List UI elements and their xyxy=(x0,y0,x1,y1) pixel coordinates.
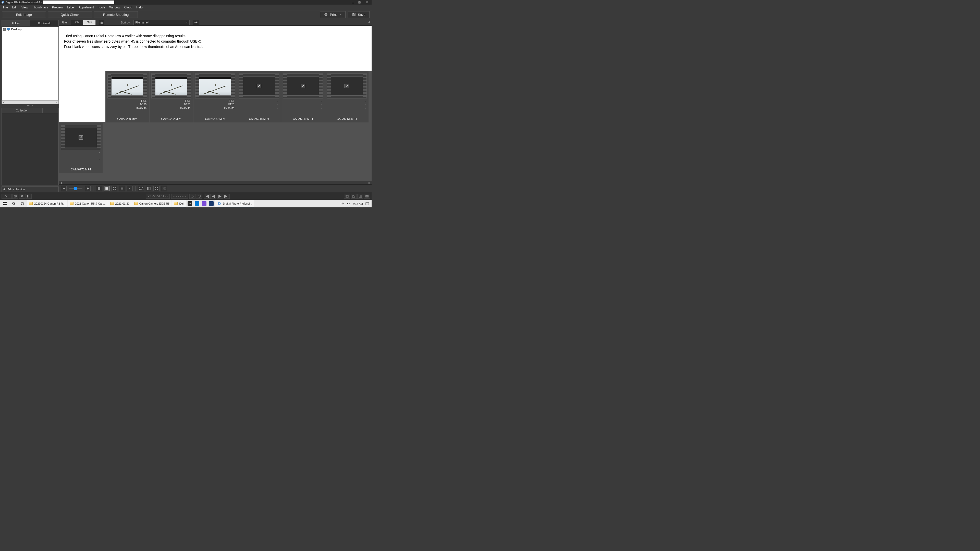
menu-edit[interactable]: Edit xyxy=(10,5,19,10)
print-button[interactable]: Print ▼ xyxy=(320,11,345,18)
status-window-button[interactable] xyxy=(12,194,18,199)
status-bars-button[interactable] xyxy=(25,194,32,199)
rotate-right-button[interactable] xyxy=(196,194,202,199)
thumbnail-item[interactable]: F5.61/125ISOAutoCA9A6250.MP4 xyxy=(106,71,149,122)
menubar: File Edit View Thumbnails Preview Label … xyxy=(0,5,372,10)
svg-rect-12 xyxy=(354,13,355,14)
layout-c-button[interactable] xyxy=(161,186,167,191)
maximize-button[interactable] xyxy=(356,0,363,5)
thumbnail-item[interactable]: ---CA9A6249.MP4 xyxy=(281,71,325,122)
nav-prev-button[interactable]: ◀ xyxy=(210,194,216,199)
taskbar-item[interactable]: Canon Camera EOS-R5 xyxy=(132,200,172,207)
filter-on-button[interactable]: ON xyxy=(71,20,83,25)
menu-cloud[interactable]: Cloud xyxy=(122,5,134,10)
volume-muted-icon[interactable] xyxy=(347,202,350,205)
tool-b-button[interactable] xyxy=(351,194,357,199)
nav-first-button[interactable]: I◀ xyxy=(204,194,210,199)
taskbar-item[interactable]: Digital Photo Professi... xyxy=(215,200,254,207)
thumbnail-area[interactable]: F5.61/125ISOAutoCA9A6250.MP4F5.61/125ISO… xyxy=(59,71,372,181)
tab-bookmark[interactable]: Bookmark xyxy=(30,21,59,26)
search-button[interactable] xyxy=(10,200,18,207)
menu-view[interactable]: View xyxy=(19,5,30,10)
cortana-button[interactable] xyxy=(18,200,27,207)
menu-preview[interactable]: Preview xyxy=(50,5,65,10)
layout-a-button[interactable] xyxy=(146,186,152,191)
scroll-right-icon[interactable]: > xyxy=(54,101,59,104)
save-button[interactable]: Save xyxy=(348,11,369,18)
filter-lock-button[interactable] xyxy=(99,20,104,25)
raw-jpeg-button[interactable]: RAWJPEG xyxy=(138,186,144,191)
filter-off-button[interactable]: OFF xyxy=(83,20,95,25)
tool-c-button[interactable] xyxy=(357,194,363,199)
menu-help[interactable]: Help xyxy=(134,5,145,10)
taskbar-pinned-app[interactable]: Lr xyxy=(186,200,193,207)
clock[interactable]: 4:33 AM xyxy=(353,202,363,205)
status-app-icon[interactable]: Di... xyxy=(2,194,12,199)
menu-label[interactable]: Label xyxy=(65,5,76,10)
tab-collection[interactable]: Collection xyxy=(2,108,43,113)
tree-hscroll[interactable]: < > xyxy=(2,100,59,104)
menu-tools[interactable]: Tools xyxy=(96,5,107,10)
sort-order-button[interactable]: ↓Aᴢ xyxy=(192,20,199,25)
view-dark-button[interactable] xyxy=(103,186,110,191)
zoom-slider[interactable] xyxy=(69,188,83,189)
checkmark-ratings[interactable]: ✓1 ✓2 ✓3 ✓4 ✓5 xyxy=(146,194,170,199)
meta-iso: ISOAuto xyxy=(194,106,234,110)
sort-select[interactable]: File name* ▼ xyxy=(134,20,189,25)
taskbar-item[interactable]: 2021-01-23 xyxy=(108,200,132,207)
star-ratings[interactable]: ● ● ● ● ● ● xyxy=(171,194,188,199)
taskbar-pinned-app[interactable] xyxy=(201,200,207,207)
wifi-icon[interactable] xyxy=(340,202,344,205)
view-grid-button[interactable] xyxy=(111,186,118,191)
start-button[interactable] xyxy=(1,200,9,207)
rotate-left-button[interactable] xyxy=(189,194,196,199)
thumbnail-item[interactable]: ---CA9A6773.MP4 xyxy=(59,123,103,173)
taskbar-pinned-app[interactable] xyxy=(194,200,200,207)
status-close-button[interactable] xyxy=(19,194,25,199)
quick-check-button[interactable]: Quick Check xyxy=(48,11,92,18)
add-collection-button[interactable]: + Add collection xyxy=(2,186,59,192)
minimize-button[interactable] xyxy=(349,0,356,5)
view-list-button[interactable] xyxy=(119,186,125,191)
close-button[interactable] xyxy=(363,0,371,5)
taskbar-item[interactable]: 2021 Canon R5 & Can... xyxy=(68,200,108,207)
thumbnail-item[interactable]: F5.61/125ISOAutoCA9A6437.MP4 xyxy=(193,71,237,122)
menu-window[interactable]: Window xyxy=(107,5,122,10)
tool-a-button[interactable] xyxy=(344,194,350,199)
hscroll-left-icon[interactable]: ◀ xyxy=(60,181,62,184)
tool-camera-button[interactable] xyxy=(364,194,370,199)
taskbar-item[interactable]: Dell xyxy=(172,200,186,207)
thumb-hscroll[interactable]: ◀ ▶ xyxy=(59,181,372,184)
menu-adjustment[interactable]: Adjustment xyxy=(76,5,96,10)
view-dropdown-button[interactable]: ▼ xyxy=(127,186,133,191)
thumbnail-item[interactable]: ---CA9A6248.MP4 xyxy=(237,71,281,122)
zoom-out-button[interactable]: − xyxy=(61,186,67,191)
hscroll-right-icon[interactable]: ▶ xyxy=(369,181,371,184)
tree-expand-icon[interactable]: − xyxy=(3,28,6,30)
menu-thumbnails[interactable]: Thumbnails xyxy=(30,5,50,10)
plus-icon: + xyxy=(86,186,89,191)
view-single-button[interactable] xyxy=(96,186,102,191)
folder-tree[interactable]: − Desktop xyxy=(2,27,59,100)
nav-next-button[interactable]: ▶ xyxy=(217,194,223,199)
layout-b-button[interactable] xyxy=(153,186,159,191)
scroll-left-icon[interactable]: < xyxy=(2,101,6,104)
tray-chevron-icon[interactable]: ˄ xyxy=(336,202,338,205)
tree-resize-grip[interactable]: ••••• xyxy=(2,104,59,106)
taskbar-pinned-app[interactable] xyxy=(208,200,215,207)
tree-row-desktop[interactable]: − Desktop xyxy=(2,27,58,31)
thumbnail-item[interactable]: ---CA9A6251.MP4 xyxy=(325,71,369,122)
zoom-in-button[interactable]: + xyxy=(85,186,91,191)
tab-folder[interactable]: Folder xyxy=(2,21,30,26)
remote-shooting-button[interactable]: Remote Shooting xyxy=(94,11,138,18)
taskbar-item[interactable]: 20210124 Canon R5 R... xyxy=(27,200,67,207)
nav-last-button[interactable]: ▶I xyxy=(224,194,230,199)
collapse-right-icon[interactable]: ◀ xyxy=(368,20,370,24)
zoom-handle[interactable] xyxy=(74,187,77,190)
notifications-icon[interactable] xyxy=(366,202,369,205)
thumbnail-item[interactable]: F5.61/125ISOAutoCA9A6252.MP4 xyxy=(150,71,193,122)
edit-image-button[interactable]: Edit Image xyxy=(2,11,46,18)
svg-rect-53 xyxy=(3,204,5,205)
note-line-3: Four blank video icons show zery bytes. … xyxy=(64,44,366,49)
menu-file[interactable]: File xyxy=(1,5,10,10)
